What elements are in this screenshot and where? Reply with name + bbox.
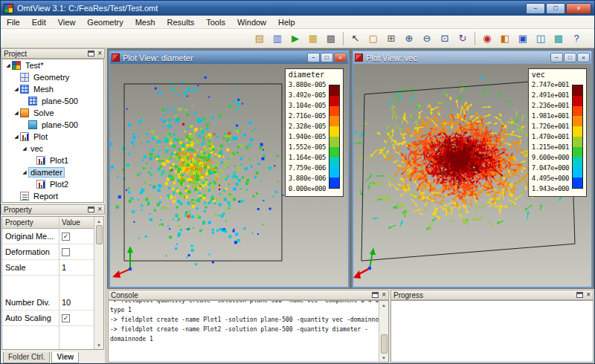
plot-nodes-icon[interactable]: ◉ [479, 30, 495, 47]
scroll-up-icon[interactable]: ▲ [97, 217, 101, 225]
plot-contour-icon[interactable]: ◧ [497, 30, 513, 47]
legend-value: 1.164e-005 [289, 152, 326, 163]
project-panel-header: Project × [1, 48, 105, 59]
expand-arrow-icon[interactable]: ◢ [13, 110, 20, 116]
legend-value: 2.236e+001 [532, 100, 569, 111]
tree-item-plane-500[interactable]: plane-500 [2, 119, 103, 131]
checkbox[interactable]: ✓ [62, 314, 70, 322]
scroll-up-icon[interactable]: ▲ [382, 301, 386, 309]
tree-item-geometry[interactable]: Geometry [2, 71, 103, 83]
legend-color-band [573, 147, 582, 157]
mdi-minimize-button[interactable]: − [307, 53, 320, 62]
legend-color-band [573, 137, 582, 147]
menu-item-mesh[interactable]: Mesh [129, 16, 161, 28]
close-panel-icon[interactable]: × [586, 291, 591, 299]
zoom-fit-icon[interactable]: ⊡ [437, 30, 453, 47]
close-button[interactable]: × [566, 3, 591, 14]
mdi-minimize-button[interactable]: − [550, 53, 563, 62]
tab-view[interactable]: View [51, 352, 79, 363]
menu-item-help[interactable]: Help [272, 16, 301, 28]
expand-arrow-icon[interactable]: ◢ [13, 134, 20, 140]
checkbox[interactable]: ✓ [62, 233, 70, 241]
tab-folder-ctrl[interactable]: Folder Ctrl. [3, 352, 50, 363]
console-lines[interactable]: -> fieldplot quantity create -solution p… [109, 300, 379, 362]
minimize-button[interactable]: − [526, 3, 545, 14]
value-column-header[interactable]: Value [59, 217, 83, 228]
legend-value: 9.600e+000 [532, 152, 569, 163]
scroll-thumb[interactable] [96, 225, 103, 244]
expand-arrow-icon[interactable]: ◢ [21, 169, 28, 175]
mesh-generate-icon[interactable]: ▦ [305, 30, 321, 47]
tree-item-diameter[interactable]: ◢diameter [2, 166, 103, 178]
select-cursor-icon[interactable]: ↖ [347, 30, 364, 47]
cascade-windows-icon[interactable]: ▩ [550, 30, 567, 47]
property-scrollbar[interactable]: ▲ ▼ [94, 217, 103, 349]
property-column-header[interactable]: Property [2, 217, 59, 228]
tree-item-plot[interactable]: ◢Plot [2, 131, 103, 143]
pan-view-icon[interactable]: ⊞ [383, 30, 399, 47]
tree-item-report[interactable]: Report [2, 190, 103, 202]
help-about-icon[interactable]: ? [568, 30, 585, 47]
maximize-button[interactable]: □ [546, 3, 565, 14]
scroll-thumb[interactable] [381, 334, 387, 354]
zoom-out-icon[interactable]: ⊖ [419, 30, 435, 47]
legend-value: 1.470e+001 [532, 131, 569, 142]
legend-colorbar [329, 85, 340, 189]
legend-colorbar [572, 85, 583, 189]
checkbox[interactable] [62, 248, 70, 256]
property-value[interactable]: 1 [59, 263, 94, 272]
mdi-restore-button[interactable]: □ [564, 53, 576, 62]
rotate-view-icon[interactable]: ↻ [454, 30, 471, 47]
float-panel-icon[interactable] [88, 51, 94, 56]
new-window-icon[interactable]: ▣ [515, 30, 531, 47]
grid-toggle-icon[interactable]: ▩ [323, 30, 339, 47]
tree-item-plane-500[interactable]: plane-500 [2, 95, 103, 107]
console-scrollbar[interactable]: ▲ ▼ [379, 301, 388, 362]
scroll-down-icon[interactable]: ▼ [382, 354, 386, 362]
menu-item-file[interactable]: File [1, 16, 26, 28]
scroll-down-icon[interactable]: ▼ [97, 341, 101, 349]
legend-color-band [573, 126, 582, 137]
legend-color-band [329, 126, 339, 137]
plot-window-titlebar[interactable]: Plot View: vec − □ × [353, 51, 591, 64]
property-value: ✓ [59, 314, 94, 322]
tree-item-plot1[interactable]: Plot1 [2, 155, 103, 166]
pick-region-icon[interactable]: ▢ [365, 30, 382, 47]
menu-item-view[interactable]: View [52, 16, 82, 28]
float-panel-icon[interactable] [576, 292, 583, 298]
tile-windows-icon[interactable]: ◫ [533, 30, 549, 47]
tree-item-test-[interactable]: ◢Test* [2, 59, 103, 71]
property-value: ✓ [59, 233, 94, 241]
mdi-close-button[interactable]: × [334, 53, 347, 62]
float-panel-icon[interactable] [88, 207, 94, 212]
mdi-restore-button[interactable]: □ [321, 53, 333, 62]
toolbar-separator [475, 32, 475, 45]
open-model-icon[interactable]: ▤ [251, 30, 268, 47]
run-solver-icon[interactable]: ▶ [287, 30, 303, 47]
property-value[interactable]: 10 [59, 298, 94, 307]
menu-item-tools[interactable]: Tools [200, 16, 231, 28]
zoom-in-icon[interactable]: ⊕ [401, 30, 417, 47]
titlebar[interactable]: OmtView 3.1: C:/FeaRes/Test/Test.omt − □… [1, 1, 594, 16]
menu-item-results[interactable]: Results [161, 16, 201, 28]
menu-item-window[interactable]: Window [231, 16, 272, 28]
save-model-icon[interactable]: ▥ [269, 30, 286, 47]
close-panel-icon[interactable]: × [97, 50, 102, 57]
close-panel-icon[interactable]: × [382, 291, 386, 299]
tree-item-mesh[interactable]: ◢Mesh [2, 83, 103, 95]
tree-item-plot2[interactable]: Plot2 [2, 178, 103, 190]
mesh-icon [20, 85, 29, 94]
mdi-close-button[interactable]: × [577, 53, 590, 62]
app-icon [4, 4, 13, 13]
project-icon [12, 61, 21, 70]
menu-item-geometry[interactable]: Geometry [81, 16, 129, 28]
menu-item-edit[interactable]: Edit [26, 16, 52, 28]
tree-item-vec[interactable]: ◢vec [2, 143, 103, 155]
float-panel-icon[interactable] [372, 292, 379, 298]
expand-arrow-icon[interactable]: ◢ [21, 146, 28, 152]
expand-arrow-icon[interactable]: ◢ [13, 86, 20, 92]
tree-item-solve[interactable]: ◢Solve [2, 107, 103, 119]
expand-arrow-icon[interactable]: ◢ [4, 62, 12, 68]
close-panel-icon[interactable]: × [97, 206, 102, 213]
plot-window-titlebar[interactable]: Plot View: diameter − □ × [110, 51, 348, 64]
